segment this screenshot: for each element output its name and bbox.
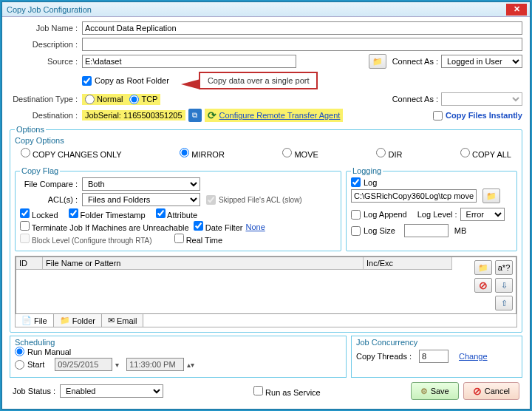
- date-filter-link[interactable]: None: [245, 223, 265, 231]
- connect-as-1-select[interactable]: Logged in User: [441, 55, 522, 68]
- dest-type-tcp-label: TCP: [141, 95, 157, 103]
- run-manual-radio[interactable]: [15, 347, 24, 356]
- copy-options-title: Copy Options: [15, 136, 517, 145]
- log-append-checkbox[interactable]: [351, 210, 361, 220]
- window-title: Copy Job Configuration: [7, 5, 92, 14]
- folder-icon: 📁: [486, 191, 497, 201]
- filter-import-button[interactable]: ⇧: [495, 296, 513, 310]
- skipped-acl-checkbox: [206, 195, 216, 205]
- skipped-acl-label: Skipped File's ACL (slow): [219, 196, 302, 204]
- cancel-icon: ⊘: [473, 385, 482, 397]
- col-filename: File Name or Pattern: [43, 257, 364, 269]
- job-name-input[interactable]: [82, 21, 522, 35]
- file-compare-label: File Compare :: [20, 180, 82, 188]
- log-size-checkbox[interactable]: [351, 226, 361, 236]
- opt-copyall-radio[interactable]: [460, 148, 470, 157]
- locked-checkbox[interactable]: [20, 208, 30, 218]
- copy-files-instantly-checkbox[interactable]: [433, 111, 443, 120]
- connect-as-1-label: Connect As :: [392, 57, 438, 66]
- export-icon: ⇩: [501, 281, 508, 291]
- copy-flag-legend: Copy Flag: [20, 166, 60, 175]
- threads-input[interactable]: [419, 350, 449, 363]
- connect-as-2-label: Connect As :: [392, 95, 438, 103]
- source-browse-button[interactable]: 📁: [369, 54, 386, 69]
- file-compare-select[interactable]: Both: [82, 177, 200, 191]
- logging-legend: Logging: [351, 166, 383, 175]
- log-size-mb: MB: [454, 226, 467, 235]
- log-size-input[interactable]: [404, 224, 449, 237]
- opt-dir-radio[interactable]: [376, 148, 386, 157]
- start-time-input: [126, 358, 184, 371]
- close-button[interactable]: ✕: [506, 4, 527, 16]
- real-time-checkbox[interactable]: [174, 234, 184, 243]
- copy-as-root-label: Copy as Root Folder: [95, 76, 169, 85]
- log-browse-button[interactable]: 📁: [482, 188, 500, 203]
- date-filter-checkbox[interactable]: [194, 221, 203, 231]
- serial-copy-button[interactable]: ⧉: [188, 109, 202, 122]
- opt-move-radio[interactable]: [282, 148, 292, 157]
- start-radio[interactable]: [15, 360, 24, 370]
- dest-type-normal-radio[interactable]: [85, 95, 95, 104]
- configure-rta-link[interactable]: Configure Remote Transfer Agent: [219, 111, 341, 120]
- copy-as-root-checkbox[interactable]: [82, 76, 92, 86]
- acls-label: ACL(s) :: [20, 195, 82, 204]
- log-path-input[interactable]: [351, 189, 477, 203]
- job-serial-value: 1165500351205: [123, 111, 183, 120]
- terminate-checkbox[interactable]: [20, 221, 30, 231]
- log-checkbox[interactable]: [351, 177, 361, 187]
- opt-mirror-radio[interactable]: [180, 148, 189, 157]
- filter-add-button[interactable]: 📁: [474, 260, 492, 275]
- filter-export-button[interactable]: ⇩: [495, 278, 513, 293]
- job-serial-label: JobSerial:: [85, 111, 121, 120]
- opt-changes-radio[interactable]: [21, 148, 30, 157]
- options-legend: Options: [15, 125, 46, 134]
- folder-ts-checkbox[interactable]: [69, 208, 78, 218]
- email-icon: ✉: [108, 316, 115, 325]
- connect-as-2-select[interactable]: [441, 92, 522, 106]
- refresh-icon[interactable]: ⟳: [208, 109, 216, 121]
- tab-email[interactable]: ✉Email: [102, 314, 144, 327]
- description-input[interactable]: [82, 38, 522, 51]
- attribute-checkbox[interactable]: [156, 208, 166, 218]
- callout-box: Copy data over a single port: [199, 72, 318, 89]
- dest-type-label: Destination Type :: [10, 95, 82, 103]
- tab-file[interactable]: 📄File: [16, 314, 54, 327]
- gear-icon: ⚙: [420, 387, 428, 396]
- concurrency-legend: Job Concurrency: [356, 338, 517, 347]
- cancel-button[interactable]: ⊘Cancel: [463, 382, 519, 400]
- import-icon: ⇧: [501, 299, 508, 308]
- save-button[interactable]: ⚙Save: [411, 382, 459, 400]
- dest-type-tcp-radio[interactable]: [129, 95, 139, 104]
- filter-remove-button[interactable]: ⊘: [474, 278, 492, 293]
- filter-table-body[interactable]: [16, 270, 452, 305]
- destination-label: Destination :: [10, 111, 82, 120]
- acls-select[interactable]: Files and Folders: [82, 193, 200, 206]
- copy-files-instantly-label: Copy Files Instantly: [446, 111, 522, 120]
- col-id: ID: [16, 257, 43, 269]
- log-level-select[interactable]: Error: [460, 208, 505, 221]
- source-input[interactable]: [82, 55, 296, 68]
- tab-folder[interactable]: 📁Folder: [54, 314, 102, 327]
- col-incexc: Inc/Exc: [364, 257, 452, 269]
- filter-wildcard-button[interactable]: a*?: [495, 260, 513, 275]
- folder-icon: 📁: [60, 316, 70, 325]
- file-icon: 📄: [21, 316, 32, 325]
- start-date-input: [55, 358, 112, 371]
- job-status-label: Job Status :: [13, 387, 55, 395]
- source-label: Source :: [10, 57, 82, 66]
- folder-icon: 📁: [372, 57, 383, 67]
- dest-type-normal-label: Normal: [97, 95, 123, 103]
- wildcard-icon: a*?: [498, 263, 511, 272]
- scheduling-legend: Scheduling: [15, 338, 341, 347]
- run-as-service-checkbox[interactable]: [253, 386, 263, 395]
- remove-icon: ⊘: [479, 279, 488, 291]
- description-label: Description :: [10, 40, 82, 49]
- job-status-select[interactable]: Enabled: [60, 384, 163, 398]
- folder-icon: 📁: [478, 263, 488, 273]
- block-level-checkbox: [20, 234, 30, 243]
- log-level-label: Log Level :: [417, 210, 457, 219]
- threads-label: Copy Threads :: [356, 352, 412, 361]
- threads-change-link[interactable]: Change: [459, 352, 488, 361]
- job-name-label: Job Name :: [10, 24, 82, 33]
